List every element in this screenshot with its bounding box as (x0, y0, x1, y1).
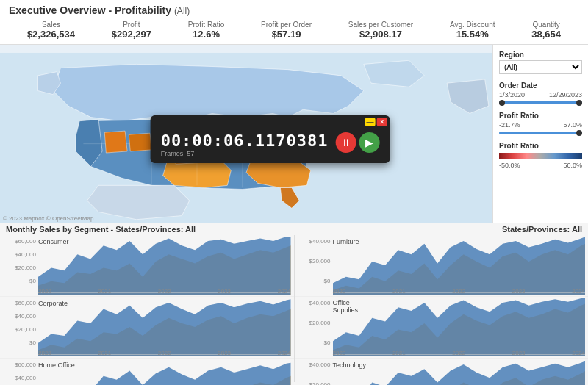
filter-label: (All) (174, 6, 190, 16)
svg-marker-22 (333, 361, 586, 385)
corporate-chart-svg (38, 298, 291, 356)
profit-ratio-range: -21.7% 57.0% (499, 121, 582, 129)
consumer-chart-svg (38, 237, 291, 295)
date-end: 12/29/2023 (549, 91, 582, 98)
kpi-value: $2,908.17 (348, 29, 413, 40)
order-date-label: Order Date (499, 82, 582, 90)
right-charts: $40,000$20,000$0 Furniture 2020202120222… (295, 235, 589, 382)
office-supplies-y-axis: $40,000$20,000$0 (298, 298, 333, 356)
kpi-item: Sales $2,326,534 (21, 19, 81, 41)
svg-marker-10 (38, 299, 291, 356)
date-start: 1/3/2020 (499, 91, 525, 98)
profit-ratio-filter-label: Profit Ratio (499, 112, 582, 120)
timer-frames: Frames: 57 (161, 150, 329, 157)
kpi-item: Profit per Order $57.19 (255, 19, 318, 41)
svg-marker-13 (38, 363, 291, 385)
copyright-text: © 2023 Mapbox © OpenStreetMap (3, 215, 93, 222)
kpi-value: 38,654 (531, 29, 561, 40)
home-office-chart-cell: $60,000$40,000$20,000$0 Home Office 2020… (0, 359, 294, 385)
timer-play-button[interactable]: ▶ (359, 132, 380, 153)
home-office-chart-svg (38, 360, 291, 385)
kpi-label: Profit (112, 21, 151, 29)
sidebar: Region (All) Order Date 1/3/2020 12/29/2… (492, 45, 588, 223)
kpi-label: Profit per Order (261, 21, 312, 29)
office-supplies-label: OfficeSupplies (333, 300, 359, 314)
kpi-label: Quantity (531, 21, 561, 29)
kpi-value: $2,326,534 (27, 29, 75, 40)
kpi-label: Sales per Customer (348, 21, 413, 29)
kpi-item: Profit $292,297 (106, 19, 157, 41)
main-content: — ✕ 00:00:06.1170381 Frames: 57 ⏸ ▶ © 20… (0, 45, 588, 223)
home-office-label: Home Office (38, 361, 75, 369)
bottom-left-header: Monthly Sales by Segment - States/Provin… (6, 225, 196, 234)
consumer-chart-cell: $60,000$40,000$20,000$0 Consumer (0, 235, 294, 297)
furniture-x-axis: 20202021202220232024 (333, 288, 586, 295)
date-slider-track[interactable] (499, 101, 582, 104)
kpi-item: Quantity 38,654 (526, 19, 567, 41)
date-range: 1/3/2020 12/29/2023 (499, 91, 582, 98)
profit-scale-max: 50.0% (563, 162, 582, 169)
profit-scale-labels: -50.0% 50.0% (499, 162, 582, 169)
profit-ratio-max: 57.0% (563, 121, 582, 129)
page-title: Executive Overview - Profitability (All) (9, 4, 579, 16)
timer-close-button[interactable]: ✕ (377, 118, 387, 126)
consumer-label: Consumer (38, 238, 71, 245)
date-slider-thumb-right[interactable] (576, 100, 582, 106)
title-text: Executive Overview - Profitability (9, 4, 171, 16)
furniture-chart-area: Furniture 20202021202220232024 (333, 237, 586, 295)
svg-marker-19 (333, 298, 586, 356)
kpi-item: Profit Ratio 12.6% (182, 19, 230, 41)
technology-y-axis: $40,000$20,000$0 (298, 360, 333, 385)
kpi-value: $57.19 (261, 29, 312, 40)
kpi-value: $292,297 (112, 29, 151, 40)
region-label: Region (499, 51, 582, 59)
corporate-y-axis: $60,000$40,000$20,000$0 (3, 298, 38, 356)
technology-label: Technology (333, 361, 367, 369)
date-slider-fill (499, 101, 582, 104)
profit-ratio-gradient (499, 153, 582, 159)
corporate-label: Corporate (38, 300, 68, 307)
furniture-y-axis: $40,000$20,000$0 (298, 237, 333, 295)
kpi-value: 12.6% (188, 29, 224, 40)
technology-chart-cell: $40,000$20,000$0 Technology 202020212022… (295, 359, 589, 385)
kpi-label: Avg. Discount (450, 21, 495, 29)
profit-ratio-scale-label: Profit Ratio (499, 142, 582, 150)
profit-ratio-slider-thumb[interactable] (576, 130, 582, 136)
bottom-charts: Monthly Sales by Segment - States/Provin… (0, 223, 588, 385)
charts-container: $60,000$40,000$20,000$0 Consumer (0, 235, 588, 382)
timer-display: 00:00:06.1170381 (161, 132, 329, 150)
map-label (0, 45, 492, 51)
timer-minimize-button[interactable]: — (365, 118, 376, 126)
consumer-y-axis: $60,000$40,000$20,000$0 (3, 237, 38, 295)
profit-ratio-scale-section: Profit Ratio -50.0% 50.0% (499, 142, 582, 169)
furniture-chart-cell: $40,000$20,000$0 Furniture 2020202120222… (295, 235, 589, 297)
office-supplies-x-axis: 20202021202220232024 (333, 350, 586, 356)
office-supplies-chart-area: OfficeSupplies 20202021202220232024 (333, 298, 586, 356)
date-slider-thumb-left[interactable] (499, 100, 505, 106)
charts-row-header: Monthly Sales by Segment - States/Provin… (0, 223, 588, 235)
technology-chart-svg (333, 360, 586, 385)
timer-controls: ⏸ ▶ (336, 125, 380, 153)
corporate-chart-cell: $60,000$40,000$20,000$0 Corporate 202020… (0, 297, 294, 359)
kpi-value: 15.54% (450, 29, 495, 40)
svg-marker-16 (333, 237, 586, 295)
home-office-y-axis: $60,000$40,000$20,000$0 (3, 360, 38, 385)
region-section: Region (All) (499, 51, 582, 74)
profit-ratio-slider-fill (499, 132, 582, 134)
office-supplies-chart-svg (333, 298, 586, 356)
kpi-item: Sales per Customer $2,908.17 (343, 19, 419, 41)
corporate-chart-area: Corporate 20202021202220232024 (38, 298, 291, 356)
technology-chart-area: Technology 20202021202220232024 (333, 360, 586, 385)
kpi-label: Profit Ratio (188, 21, 224, 29)
profit-ratio-min: -21.7% (499, 121, 520, 129)
consumer-x-axis: 20202021202220232024 (38, 288, 291, 295)
timer-pause-button[interactable]: ⏸ (336, 132, 356, 153)
map-area: — ✕ 00:00:06.1170381 Frames: 57 ⏸ ▶ © 20… (0, 45, 492, 223)
region-select[interactable]: (All) (499, 60, 582, 74)
profit-ratio-slider-track[interactable] (499, 132, 582, 134)
furniture-chart-svg (333, 237, 586, 295)
svg-marker-7 (38, 237, 291, 295)
bottom-right-header: States/Provinces: All (502, 225, 582, 234)
kpi-label: Sales (27, 21, 75, 29)
home-office-chart-area: Home Office 20202021202220232024 (38, 360, 291, 385)
